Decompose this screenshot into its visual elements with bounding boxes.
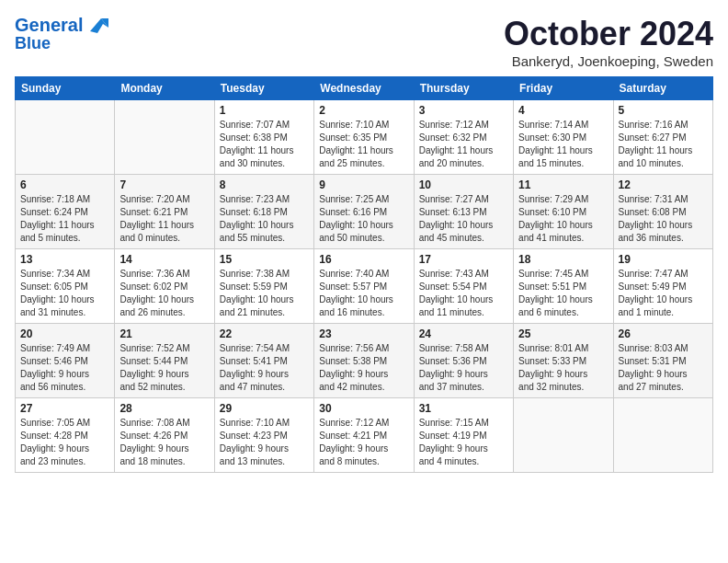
day-info: Sunrise: 7:10 AM Sunset: 4:23 PM Dayligh…	[220, 417, 309, 468]
day-info: Sunrise: 7:47 AM Sunset: 5:49 PM Dayligh…	[619, 268, 708, 319]
logo-text: General	[15, 15, 83, 35]
column-header-sunday: Sunday	[16, 77, 115, 100]
calendar-cell: 23Sunrise: 7:56 AM Sunset: 5:38 PM Dayli…	[314, 324, 414, 398]
day-info: Sunrise: 8:03 AM Sunset: 5:31 PM Dayligh…	[619, 342, 708, 394]
day-number: 30	[319, 402, 408, 415]
day-number: 11	[518, 178, 608, 191]
day-info: Sunrise: 7:58 AM Sunset: 5:36 PM Dayligh…	[419, 342, 508, 394]
day-info: Sunrise: 7:34 AM Sunset: 6:05 PM Dayligh…	[20, 268, 109, 319]
calendar-cell: 7Sunrise: 7:20 AM Sunset: 6:21 PM Daylig…	[115, 175, 214, 249]
day-number: 12	[619, 178, 708, 191]
calendar-cell	[613, 398, 712, 473]
calendar-week-row: 20Sunrise: 7:49 AM Sunset: 5:46 PM Dayli…	[16, 324, 713, 398]
day-number: 9	[319, 178, 408, 191]
calendar-cell	[514, 398, 613, 473]
day-info: Sunrise: 7:38 AM Sunset: 5:59 PM Dayligh…	[220, 268, 309, 319]
day-number: 20	[20, 327, 109, 340]
day-number: 24	[419, 327, 508, 340]
day-number: 29	[220, 402, 309, 415]
page-header: General Blue October 2024 Bankeryd, Joen…	[15, 15, 713, 69]
day-number: 22	[220, 327, 309, 340]
calendar-cell: 28Sunrise: 7:08 AM Sunset: 4:26 PM Dayli…	[115, 398, 214, 473]
calendar-body: 1Sunrise: 7:07 AM Sunset: 6:38 PM Daylig…	[16, 100, 713, 473]
day-info: Sunrise: 7:49 AM Sunset: 5:46 PM Dayligh…	[20, 342, 109, 394]
location: Bankeryd, Joenkoeping, Sweden	[504, 53, 713, 69]
calendar-cell: 2Sunrise: 7:10 AM Sunset: 6:35 PM Daylig…	[314, 100, 414, 175]
day-info: Sunrise: 7:15 AM Sunset: 4:19 PM Dayligh…	[419, 417, 508, 468]
day-info: Sunrise: 7:16 AM Sunset: 6:27 PM Dayligh…	[619, 119, 708, 170]
calendar-cell: 18Sunrise: 7:45 AM Sunset: 5:51 PM Dayli…	[514, 249, 613, 324]
day-info: Sunrise: 7:05 AM Sunset: 4:28 PM Dayligh…	[20, 417, 109, 468]
calendar-cell: 6Sunrise: 7:18 AM Sunset: 6:24 PM Daylig…	[16, 175, 115, 249]
day-number: 21	[119, 327, 209, 340]
month-title: October 2024	[504, 15, 713, 53]
day-info: Sunrise: 7:23 AM Sunset: 6:18 PM Dayligh…	[220, 193, 309, 245]
calendar-cell: 10Sunrise: 7:27 AM Sunset: 6:13 PM Dayli…	[414, 175, 513, 249]
day-info: Sunrise: 7:45 AM Sunset: 5:51 PM Dayligh…	[518, 268, 608, 319]
calendar-cell: 24Sunrise: 7:58 AM Sunset: 5:36 PM Dayli…	[414, 324, 513, 398]
logo: General Blue	[15, 15, 110, 53]
calendar-cell: 20Sunrise: 7:49 AM Sunset: 5:46 PM Dayli…	[16, 324, 115, 398]
calendar-header-row: SundayMondayTuesdayWednesdayThursdayFrid…	[16, 77, 713, 100]
day-info: Sunrise: 7:12 AM Sunset: 6:32 PM Dayligh…	[419, 119, 508, 170]
day-info: Sunrise: 7:29 AM Sunset: 6:10 PM Dayligh…	[518, 193, 608, 245]
day-number: 28	[119, 402, 209, 415]
calendar-cell: 31Sunrise: 7:15 AM Sunset: 4:19 PM Dayli…	[414, 398, 513, 473]
calendar-cell: 9Sunrise: 7:25 AM Sunset: 6:16 PM Daylig…	[314, 175, 414, 249]
calendar-cell: 1Sunrise: 7:07 AM Sunset: 6:38 PM Daylig…	[214, 100, 313, 175]
day-info: Sunrise: 7:10 AM Sunset: 6:35 PM Dayligh…	[319, 119, 408, 170]
day-number: 6	[20, 178, 109, 191]
day-info: Sunrise: 7:18 AM Sunset: 6:24 PM Dayligh…	[20, 193, 109, 245]
day-info: Sunrise: 7:20 AM Sunset: 6:21 PM Dayligh…	[119, 193, 209, 245]
calendar-cell: 14Sunrise: 7:36 AM Sunset: 6:02 PM Dayli…	[115, 249, 214, 324]
day-info: Sunrise: 7:25 AM Sunset: 6:16 PM Dayligh…	[319, 193, 408, 245]
logo-icon	[85, 15, 110, 35]
day-number: 14	[119, 253, 209, 266]
calendar-cell: 19Sunrise: 7:47 AM Sunset: 5:49 PM Dayli…	[613, 249, 712, 324]
calendar-cell	[16, 100, 115, 175]
day-number: 19	[619, 253, 708, 266]
calendar-cell: 29Sunrise: 7:10 AM Sunset: 4:23 PM Dayli…	[214, 398, 313, 473]
day-number: 16	[319, 253, 408, 266]
day-number: 15	[220, 253, 309, 266]
calendar-cell: 22Sunrise: 7:54 AM Sunset: 5:41 PM Dayli…	[214, 324, 313, 398]
column-header-monday: Monday	[115, 77, 214, 100]
calendar-cell: 27Sunrise: 7:05 AM Sunset: 4:28 PM Dayli…	[16, 398, 115, 473]
calendar-table: SundayMondayTuesdayWednesdayThursdayFrid…	[15, 76, 713, 473]
column-header-tuesday: Tuesday	[214, 77, 313, 100]
calendar-week-row: 1Sunrise: 7:07 AM Sunset: 6:38 PM Daylig…	[16, 100, 713, 175]
day-number: 31	[419, 402, 508, 415]
day-info: Sunrise: 7:14 AM Sunset: 6:30 PM Dayligh…	[518, 119, 608, 170]
day-number: 7	[119, 178, 209, 191]
day-info: Sunrise: 7:12 AM Sunset: 4:21 PM Dayligh…	[319, 417, 408, 468]
calendar-cell: 25Sunrise: 8:01 AM Sunset: 5:33 PM Dayli…	[514, 324, 613, 398]
day-number: 10	[419, 178, 508, 191]
calendar-cell: 15Sunrise: 7:38 AM Sunset: 5:59 PM Dayli…	[214, 249, 313, 324]
column-header-wednesday: Wednesday	[314, 77, 414, 100]
logo-blue-text: Blue	[15, 34, 51, 52]
day-info: Sunrise: 7:52 AM Sunset: 5:44 PM Dayligh…	[119, 342, 209, 394]
calendar-cell: 21Sunrise: 7:52 AM Sunset: 5:44 PM Dayli…	[115, 324, 214, 398]
day-number: 26	[619, 327, 708, 340]
title-block: October 2024 Bankeryd, Joenkoeping, Swed…	[504, 15, 713, 69]
day-number: 4	[518, 104, 608, 117]
day-info: Sunrise: 7:56 AM Sunset: 5:38 PM Dayligh…	[319, 342, 408, 394]
day-info: Sunrise: 7:31 AM Sunset: 6:08 PM Dayligh…	[619, 193, 708, 245]
calendar-cell: 30Sunrise: 7:12 AM Sunset: 4:21 PM Dayli…	[314, 398, 414, 473]
calendar-week-row: 6Sunrise: 7:18 AM Sunset: 6:24 PM Daylig…	[16, 175, 713, 249]
column-header-thursday: Thursday	[414, 77, 513, 100]
day-info: Sunrise: 7:54 AM Sunset: 5:41 PM Dayligh…	[220, 342, 309, 394]
day-info: Sunrise: 7:07 AM Sunset: 6:38 PM Dayligh…	[220, 119, 309, 170]
day-number: 17	[419, 253, 508, 266]
day-info: Sunrise: 7:36 AM Sunset: 6:02 PM Dayligh…	[119, 268, 209, 319]
day-number: 25	[518, 327, 608, 340]
calendar-cell: 4Sunrise: 7:14 AM Sunset: 6:30 PM Daylig…	[514, 100, 613, 175]
day-number: 3	[419, 104, 508, 117]
day-number: 13	[20, 253, 109, 266]
calendar-cell	[115, 100, 214, 175]
calendar-cell: 17Sunrise: 7:43 AM Sunset: 5:54 PM Dayli…	[414, 249, 513, 324]
day-number: 18	[518, 253, 608, 266]
calendar-cell: 13Sunrise: 7:34 AM Sunset: 6:05 PM Dayli…	[16, 249, 115, 324]
day-number: 1	[220, 104, 309, 117]
calendar-cell: 12Sunrise: 7:31 AM Sunset: 6:08 PM Dayli…	[613, 175, 712, 249]
